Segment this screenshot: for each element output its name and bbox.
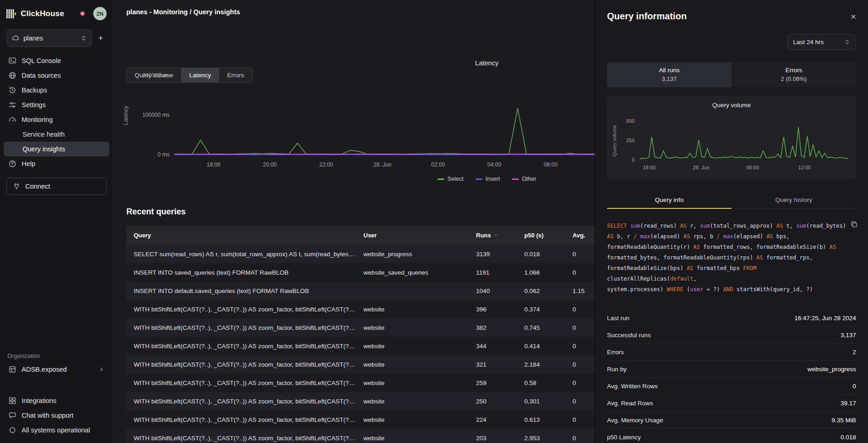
sidebar-item-sql-console[interactable]: SQL Console (4, 53, 109, 68)
add-service-button[interactable]: + (95, 29, 107, 47)
table-row[interactable]: WITH bitShiftLeft(CAST(?..), _CAST(?..))… (126, 300, 624, 318)
sidebar-item-data-sources[interactable]: Data sources (4, 68, 109, 83)
table-row[interactable]: WITH bitShiftLeft(CAST(?..), _CAST(?..))… (126, 392, 624, 410)
service-selector-value: planes (23, 35, 43, 42)
sql-code-block: SELECT sum(read_rows) AS r, sum(total_ro… (607, 221, 856, 295)
time-range-select[interactable]: Last 24 hrs (787, 34, 856, 50)
segment-errors[interactable]: Errors 2 (0.06%) (732, 62, 856, 87)
detail-label: Avg. Written Rows (607, 383, 658, 390)
x-tick-label: 18:00 (643, 165, 656, 170)
segment-all-runs[interactable]: All runs 3,137 (607, 62, 732, 87)
detail-row: Run by website_progress (607, 361, 856, 378)
table-row[interactable]: SELECT sum(read_rows) AS r, sum(total_ro… (126, 245, 624, 263)
segment-value: 2 (0.06%) (732, 75, 856, 82)
column-header-user[interactable]: User (356, 232, 469, 239)
legend-item[interactable]: Select (437, 176, 464, 182)
column-header-p50[interactable]: p50 (s) (517, 232, 565, 239)
sidebar-item-chat-support[interactable]: Chat with support (4, 408, 109, 423)
column-header-query[interactable]: Query (126, 232, 356, 239)
gauge-icon (8, 115, 17, 124)
legend-swatch (437, 178, 444, 180)
runs-cell: 321 (469, 361, 517, 368)
table-row[interactable]: WITH bitShiftLeft(CAST(?..), _CAST(?..))… (126, 318, 624, 337)
runs-cell: 224 (469, 416, 517, 423)
legend-item[interactable]: Other (512, 176, 536, 182)
p50-cell: 0.745 (517, 324, 565, 331)
avatar[interactable]: ZN (93, 7, 107, 20)
sidebar-item-settings[interactable]: Settings (4, 98, 109, 112)
query-information-panel: Query information × Last 24 hrs All runs… (595, 0, 868, 443)
table-row[interactable]: INSERT INTO default.saved_queries (text)… (126, 282, 624, 300)
legend-label: Select (448, 176, 464, 182)
tab-query-history[interactable]: Query history (732, 191, 856, 208)
select-carets-icon (844, 39, 850, 46)
status-label: All systems operational (22, 426, 90, 434)
copy-icon[interactable] (851, 221, 858, 230)
p50-cell: 0.062 (517, 288, 565, 294)
detail-value: 9.35 MiB (832, 417, 856, 424)
sidebar-item-integrations[interactable]: Integrations (4, 393, 109, 408)
x-tick-label: 18:00 (207, 161, 221, 168)
runs-cell: 382 (469, 324, 517, 331)
user-cell: website (356, 324, 469, 331)
legend-swatch (512, 178, 519, 180)
tab-query-info[interactable]: Query info (607, 191, 732, 208)
query-volume-chart (640, 120, 848, 162)
user-cell: website (356, 343, 469, 350)
brand-row: ClickHouse ZN (0, 0, 113, 21)
user-cell: website (356, 306, 469, 313)
service-selector-row: planes + (0, 29, 113, 47)
query-cell: WITH bitShiftLeft(CAST(?..), _CAST(?..))… (126, 398, 356, 405)
runs-cell: 1040 (469, 288, 517, 294)
clickhouse-logo-icon (6, 9, 17, 18)
query-cell: WITH bitShiftLeft(CAST(?..), _CAST(?..))… (126, 324, 356, 331)
detail-row: Errors 2 (607, 344, 856, 361)
table-row[interactable]: WITH bitShiftLeft(CAST(?..), _CAST(?..))… (126, 337, 624, 355)
detail-value: 39.17 (840, 400, 856, 407)
sidebar-footer: Integrations Chat with support All syste… (0, 393, 113, 437)
sidebar-item-backups[interactable]: Backups (4, 83, 109, 98)
legend-item[interactable]: Insert (476, 176, 500, 182)
table-row[interactable]: WITH bitShiftLeft(CAST(?..), _CAST(?..))… (126, 374, 624, 392)
sidebar-item-monitoring[interactable]: Monitoring (4, 112, 109, 127)
app-root: ClickHouse ZN planes + SQL Console (0, 0, 868, 443)
organization-switcher[interactable]: ADSB.exposed (4, 362, 109, 377)
sidebar: ClickHouse ZN planes + SQL Console (0, 0, 113, 443)
service-selector[interactable]: planes (6, 29, 92, 47)
sidebar-subitem[interactable]: Query insights (4, 142, 109, 156)
y-tick-label: 500 (615, 118, 635, 124)
sidebar-item-system-status[interactable]: All systems operational (4, 423, 109, 437)
x-tick-label: 12:00 (798, 165, 811, 170)
y-tick-label: 0 (615, 157, 635, 162)
sidebar-item-help[interactable]: Help (4, 156, 109, 171)
segment-label: All runs (607, 67, 732, 74)
p50-cell: 0.301 (517, 398, 565, 405)
detail-row: Successful runs 3,137 (607, 327, 856, 344)
connect-button[interactable]: Connect (6, 178, 107, 195)
x-tick-label: 28. Jun (693, 165, 709, 170)
detail-label: Run by (607, 366, 627, 373)
column-header-runs[interactable]: Runs (469, 232, 517, 239)
sidebar-subitem[interactable]: Service health (4, 127, 109, 142)
table-row[interactable]: WITH bitShiftLeft(CAST(?..), _CAST(?..))… (126, 429, 624, 443)
volume-chart-title: Query volume (607, 102, 856, 109)
table-row[interactable]: WITH bitShiftLeft(CAST(?..), _CAST(?..))… (126, 355, 624, 374)
connect-label: Connect (25, 183, 50, 190)
runs-cell: 344 (469, 343, 517, 350)
close-icon[interactable]: × (851, 12, 856, 21)
breadcrumb: planes - Monitoring / Query insights (126, 8, 240, 16)
sidebar-spacer (0, 195, 113, 353)
detail-value: 16:47:25, Jun 28 2024 (794, 315, 856, 322)
time-range-row: Last 24 hrs (607, 34, 856, 50)
select-carets-icon (80, 35, 87, 42)
user-cell: website (356, 416, 469, 423)
detail-label: Errors (607, 349, 624, 356)
table-row[interactable]: WITH bitShiftLeft(CAST(?..), _CAST(?..))… (126, 410, 624, 429)
brand-name: ClickHouse (21, 9, 64, 18)
chevron-right-icon (98, 366, 105, 373)
sidebar-subitem-label: Query insights (23, 145, 65, 153)
table-row[interactable]: INSERT INTO saved_queries (text) FORMAT … (126, 263, 624, 282)
user-cell: website (356, 380, 469, 386)
p50-cell: 0.374 (517, 306, 565, 313)
y-tick-label: 100000 ms (129, 112, 170, 118)
